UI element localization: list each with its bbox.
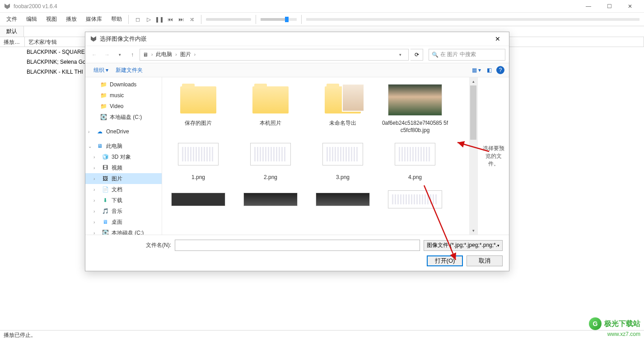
expand-icon[interactable]: › — [93, 209, 99, 214]
address-dropdown[interactable]: ▾ — [395, 49, 406, 60]
random-button[interactable]: ⤭ — [187, 15, 196, 24]
tree-item[interactable]: ›📄文档 — [85, 184, 162, 195]
dialog-title: 选择图像文件内嵌 — [100, 35, 491, 43]
tree-item[interactable]: ›🖥桌面 — [85, 217, 162, 227]
tree-item[interactable]: ›💽本地磁盘 (C:) — [85, 227, 162, 235]
cancel-button[interactable]: 取消 — [467, 255, 503, 266]
file-item[interactable]: 3.png — [307, 136, 379, 190]
expand-icon[interactable]: › — [93, 155, 99, 160]
column-playing[interactable]: 播放… — [0, 37, 25, 47]
3d-icon: 🧊 — [102, 153, 109, 161]
address-bar[interactable]: 🖥 › 此电脑 › 图片 › ▾ — [140, 49, 409, 61]
folder-icon — [325, 86, 361, 113]
desktop-icon: 🖥 — [102, 218, 109, 226]
picture-icon: 🖼 — [102, 175, 109, 182]
tree-item[interactable]: ›🎞视频 — [85, 162, 162, 173]
tree-item[interactable]: 💽本地磁盘 (C:) — [85, 112, 162, 123]
breadcrumb-item[interactable]: 此电脑 — [156, 51, 172, 58]
tree-item[interactable]: ›🎵音乐 — [85, 206, 162, 217]
vertical-scrollbar[interactable]: ▴ ▾ — [469, 77, 477, 235]
nav-up-button[interactable]: ↑ — [127, 49, 138, 60]
pc-icon: 🖥 — [143, 52, 148, 58]
cloud-icon: ☁ — [96, 128, 103, 135]
seek-bar-small[interactable] — [206, 18, 251, 21]
new-folder-button[interactable]: 新建文件夹 — [112, 65, 146, 76]
file-item[interactable]: 2.png — [234, 136, 307, 190]
expand-icon[interactable]: › — [88, 129, 93, 134]
menu-library[interactable]: 媒体库 — [81, 14, 107, 25]
expand-icon[interactable]: › — [93, 187, 99, 192]
tab-default[interactable]: 默认 — [0, 26, 24, 37]
seek-bar-main[interactable] — [306, 18, 639, 21]
file-item[interactable]: 1.png — [162, 136, 234, 190]
next-button[interactable]: ⏭ — [177, 15, 186, 24]
menu-help[interactable]: 帮助 — [107, 14, 126, 25]
pc-icon: 🖥 — [96, 142, 103, 150]
tree-item[interactable]: 📁Downloads — [85, 79, 162, 90]
file-item[interactable]: 未命名导出 — [307, 82, 379, 136]
tree-item[interactable]: ›⬇下载 — [85, 195, 162, 206]
volume-slider[interactable] — [261, 18, 297, 21]
chevron-right-icon[interactable]: › — [150, 52, 154, 57]
video-icon: 🎞 — [102, 164, 109, 171]
file-item[interactable] — [234, 190, 307, 217]
pause-button[interactable]: ❚❚ — [155, 15, 164, 24]
file-item[interactable]: 保存的图片 — [162, 82, 234, 136]
image-thumbnail — [250, 143, 291, 165]
menu-file[interactable]: 文件 — [2, 14, 22, 25]
scroll-thumb[interactable] — [470, 85, 476, 140]
window-minimize-button[interactable]: — — [578, 0, 599, 13]
view-mode-button[interactable]: ▦ ▾ — [471, 65, 482, 76]
tree-item[interactable]: ›☁OneDrive — [85, 126, 162, 137]
expand-icon[interactable]: › — [93, 220, 99, 225]
dialog-toolbar: 组织 ▾ 新建文件夹 ▦ ▾ ◧ ? — [85, 63, 509, 77]
scroll-down-button[interactable]: ▾ — [469, 227, 477, 235]
preview-pane-button[interactable]: ◧ — [484, 65, 495, 76]
refresh-button[interactable]: ⟳ — [411, 49, 423, 61]
file-item[interactable]: 本机照片 — [234, 82, 307, 136]
folder-icon: 📁 — [100, 81, 107, 88]
expand-icon[interactable]: › — [93, 176, 99, 181]
tree-item[interactable]: ›🧊3D 对象 — [85, 151, 162, 162]
dialog-logo-icon — [90, 35, 97, 42]
folder-tree: 📁Downloads 📁music 📁Video 💽本地磁盘 (C:) ›☁On… — [85, 77, 162, 235]
menu-view[interactable]: 视图 — [42, 14, 61, 25]
chevron-right-icon[interactable]: › — [174, 52, 178, 57]
menu-edit[interactable]: 编辑 — [22, 14, 42, 25]
expand-icon[interactable]: › — [93, 198, 99, 203]
nav-back-button[interactable]: ← — [89, 49, 100, 60]
app-title: foobar2000 v1.6.4 — [14, 3, 578, 9]
file-item[interactable] — [162, 190, 234, 217]
chevron-right-icon[interactable]: › — [193, 52, 197, 57]
file-item[interactable]: 4.png — [379, 136, 451, 190]
file-item[interactable]: 0af6eb24c5182e7f40585 5fc5fcf80b.jpg — [379, 82, 451, 136]
play-button[interactable]: ▷ — [144, 15, 153, 24]
prev-button[interactable]: ⏮ — [166, 15, 175, 24]
help-button[interactable]: ? — [496, 66, 504, 74]
scroll-up-button[interactable]: ▴ — [469, 77, 477, 85]
breadcrumb-item[interactable]: 图片 — [180, 51, 191, 58]
tree-item[interactable]: 📁music — [85, 90, 162, 101]
nav-forward-button[interactable]: → — [102, 49, 112, 60]
tree-item[interactable]: 📁Video — [85, 101, 162, 112]
organize-button[interactable]: 组织 ▾ — [90, 65, 112, 76]
search-input[interactable]: 🔍 在 图片 中搜索 — [429, 49, 505, 61]
expand-icon[interactable]: › — [93, 231, 99, 235]
collapse-icon[interactable]: ⌄ — [88, 144, 93, 149]
stop-button[interactable]: ◻ — [133, 15, 142, 24]
disk-icon: 💽 — [102, 229, 109, 235]
window-close-button[interactable]: ✕ — [620, 0, 640, 13]
watermark-url: www.xz7.com — [607, 331, 640, 337]
filename-input[interactable] — [175, 240, 420, 251]
window-maximize-button[interactable]: ☐ — [599, 0, 620, 13]
expand-icon[interactable]: › — [93, 165, 99, 170]
menu-play[interactable]: 播放 — [61, 14, 81, 25]
open-button[interactable]: 打开(O) — [427, 255, 463, 266]
tree-item-pictures[interactable]: ›🖼图片 — [85, 173, 162, 184]
filetype-filter-dropdown[interactable]: 图像文件 (*.jpg;*.jpeg;*.png;*. ▾ — [424, 240, 503, 251]
tree-item[interactable]: ⌄🖥此电脑 — [85, 141, 162, 151]
dialog-close-button[interactable]: ✕ — [491, 35, 504, 42]
nav-recent-dropdown[interactable]: ▾ — [114, 49, 125, 60]
file-item[interactable] — [307, 190, 379, 217]
file-item[interactable] — [379, 190, 451, 217]
